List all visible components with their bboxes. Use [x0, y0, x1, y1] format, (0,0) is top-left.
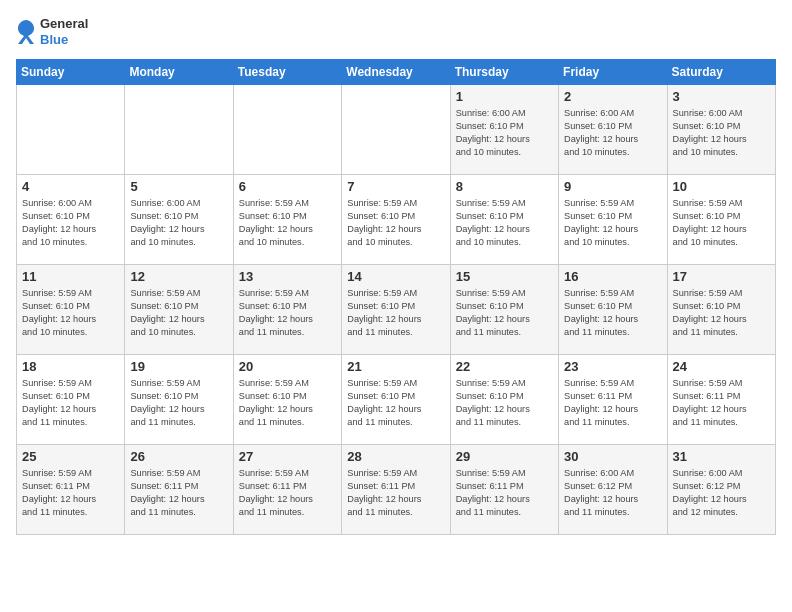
- calendar-cell: 31Sunrise: 6:00 AM Sunset: 6:12 PM Dayli…: [667, 445, 775, 535]
- day-number: 17: [673, 269, 770, 284]
- day-info: Sunrise: 5:59 AM Sunset: 6:11 PM Dayligh…: [673, 377, 770, 429]
- day-info: Sunrise: 6:00 AM Sunset: 6:10 PM Dayligh…: [564, 107, 661, 159]
- day-info: Sunrise: 6:00 AM Sunset: 6:10 PM Dayligh…: [456, 107, 553, 159]
- day-info: Sunrise: 5:59 AM Sunset: 6:10 PM Dayligh…: [347, 287, 444, 339]
- day-number: 13: [239, 269, 336, 284]
- day-number: 6: [239, 179, 336, 194]
- weekday-header-friday: Friday: [559, 60, 667, 85]
- weekday-header-wednesday: Wednesday: [342, 60, 450, 85]
- calendar-cell: 19Sunrise: 5:59 AM Sunset: 6:10 PM Dayli…: [125, 355, 233, 445]
- day-number: 7: [347, 179, 444, 194]
- calendar-cell: 15Sunrise: 5:59 AM Sunset: 6:10 PM Dayli…: [450, 265, 558, 355]
- day-info: Sunrise: 5:59 AM Sunset: 6:10 PM Dayligh…: [564, 287, 661, 339]
- day-number: 9: [564, 179, 661, 194]
- day-info: Sunrise: 5:59 AM Sunset: 6:10 PM Dayligh…: [239, 377, 336, 429]
- logo: General Blue: [16, 16, 88, 47]
- calendar-header-row: SundayMondayTuesdayWednesdayThursdayFrid…: [17, 60, 776, 85]
- calendar-cell: 20Sunrise: 5:59 AM Sunset: 6:10 PM Dayli…: [233, 355, 341, 445]
- day-info: Sunrise: 5:59 AM Sunset: 6:10 PM Dayligh…: [347, 197, 444, 249]
- day-info: Sunrise: 5:59 AM Sunset: 6:10 PM Dayligh…: [239, 287, 336, 339]
- day-info: Sunrise: 6:00 AM Sunset: 6:12 PM Dayligh…: [564, 467, 661, 519]
- day-info: Sunrise: 5:59 AM Sunset: 6:10 PM Dayligh…: [673, 197, 770, 249]
- day-number: 15: [456, 269, 553, 284]
- day-number: 25: [22, 449, 119, 464]
- calendar-cell: 9Sunrise: 5:59 AM Sunset: 6:10 PM Daylig…: [559, 175, 667, 265]
- day-info: Sunrise: 5:59 AM Sunset: 6:11 PM Dayligh…: [347, 467, 444, 519]
- day-number: 26: [130, 449, 227, 464]
- day-number: 8: [456, 179, 553, 194]
- calendar-cell: [342, 85, 450, 175]
- day-info: Sunrise: 5:59 AM Sunset: 6:10 PM Dayligh…: [456, 197, 553, 249]
- day-number: 24: [673, 359, 770, 374]
- day-info: Sunrise: 5:59 AM Sunset: 6:11 PM Dayligh…: [239, 467, 336, 519]
- day-number: 18: [22, 359, 119, 374]
- day-info: Sunrise: 5:59 AM Sunset: 6:10 PM Dayligh…: [22, 377, 119, 429]
- calendar-week-4: 18Sunrise: 5:59 AM Sunset: 6:10 PM Dayli…: [17, 355, 776, 445]
- calendar-cell: [17, 85, 125, 175]
- day-number: 10: [673, 179, 770, 194]
- calendar-cell: 2Sunrise: 6:00 AM Sunset: 6:10 PM Daylig…: [559, 85, 667, 175]
- calendar-cell: 22Sunrise: 5:59 AM Sunset: 6:10 PM Dayli…: [450, 355, 558, 445]
- day-info: Sunrise: 5:59 AM Sunset: 6:10 PM Dayligh…: [673, 287, 770, 339]
- day-info: Sunrise: 5:59 AM Sunset: 6:10 PM Dayligh…: [22, 287, 119, 339]
- day-info: Sunrise: 5:59 AM Sunset: 6:10 PM Dayligh…: [456, 287, 553, 339]
- calendar-week-3: 11Sunrise: 5:59 AM Sunset: 6:10 PM Dayli…: [17, 265, 776, 355]
- calendar-cell: 29Sunrise: 5:59 AM Sunset: 6:11 PM Dayli…: [450, 445, 558, 535]
- calendar-cell: [233, 85, 341, 175]
- weekday-header-tuesday: Tuesday: [233, 60, 341, 85]
- calendar-week-1: 1Sunrise: 6:00 AM Sunset: 6:10 PM Daylig…: [17, 85, 776, 175]
- logo-blue: Blue: [40, 32, 88, 48]
- calendar-cell: 28Sunrise: 5:59 AM Sunset: 6:11 PM Dayli…: [342, 445, 450, 535]
- day-info: Sunrise: 6:00 AM Sunset: 6:10 PM Dayligh…: [673, 107, 770, 159]
- calendar-cell: 23Sunrise: 5:59 AM Sunset: 6:11 PM Dayli…: [559, 355, 667, 445]
- day-info: Sunrise: 5:59 AM Sunset: 6:10 PM Dayligh…: [239, 197, 336, 249]
- day-number: 4: [22, 179, 119, 194]
- calendar-week-5: 25Sunrise: 5:59 AM Sunset: 6:11 PM Dayli…: [17, 445, 776, 535]
- day-number: 12: [130, 269, 227, 284]
- calendar-cell: 3Sunrise: 6:00 AM Sunset: 6:10 PM Daylig…: [667, 85, 775, 175]
- day-info: Sunrise: 5:59 AM Sunset: 6:10 PM Dayligh…: [130, 287, 227, 339]
- day-number: 3: [673, 89, 770, 104]
- day-info: Sunrise: 5:59 AM Sunset: 6:11 PM Dayligh…: [456, 467, 553, 519]
- day-info: Sunrise: 5:59 AM Sunset: 6:11 PM Dayligh…: [22, 467, 119, 519]
- day-number: 2: [564, 89, 661, 104]
- page-header: General Blue: [16, 16, 776, 47]
- day-number: 14: [347, 269, 444, 284]
- calendar-cell: 18Sunrise: 5:59 AM Sunset: 6:10 PM Dayli…: [17, 355, 125, 445]
- day-number: 23: [564, 359, 661, 374]
- day-number: 28: [347, 449, 444, 464]
- day-info: Sunrise: 6:00 AM Sunset: 6:10 PM Dayligh…: [22, 197, 119, 249]
- day-number: 27: [239, 449, 336, 464]
- calendar-cell: 30Sunrise: 6:00 AM Sunset: 6:12 PM Dayli…: [559, 445, 667, 535]
- calendar-cell: 12Sunrise: 5:59 AM Sunset: 6:10 PM Dayli…: [125, 265, 233, 355]
- day-info: Sunrise: 5:59 AM Sunset: 6:10 PM Dayligh…: [564, 197, 661, 249]
- logo-bird-icon: [16, 18, 36, 46]
- day-number: 5: [130, 179, 227, 194]
- day-info: Sunrise: 6:00 AM Sunset: 6:12 PM Dayligh…: [673, 467, 770, 519]
- calendar-cell: 5Sunrise: 6:00 AM Sunset: 6:10 PM Daylig…: [125, 175, 233, 265]
- weekday-header-sunday: Sunday: [17, 60, 125, 85]
- day-info: Sunrise: 6:00 AM Sunset: 6:10 PM Dayligh…: [130, 197, 227, 249]
- day-number: 16: [564, 269, 661, 284]
- calendar-cell: 4Sunrise: 6:00 AM Sunset: 6:10 PM Daylig…: [17, 175, 125, 265]
- weekday-header-monday: Monday: [125, 60, 233, 85]
- calendar-cell: 25Sunrise: 5:59 AM Sunset: 6:11 PM Dayli…: [17, 445, 125, 535]
- calendar-cell: 6Sunrise: 5:59 AM Sunset: 6:10 PM Daylig…: [233, 175, 341, 265]
- calendar-cell: 8Sunrise: 5:59 AM Sunset: 6:10 PM Daylig…: [450, 175, 558, 265]
- calendar-table: SundayMondayTuesdayWednesdayThursdayFrid…: [16, 59, 776, 535]
- calendar-cell: 26Sunrise: 5:59 AM Sunset: 6:11 PM Dayli…: [125, 445, 233, 535]
- day-info: Sunrise: 5:59 AM Sunset: 6:11 PM Dayligh…: [130, 467, 227, 519]
- day-info: Sunrise: 5:59 AM Sunset: 6:11 PM Dayligh…: [564, 377, 661, 429]
- day-number: 31: [673, 449, 770, 464]
- calendar-cell: 10Sunrise: 5:59 AM Sunset: 6:10 PM Dayli…: [667, 175, 775, 265]
- day-number: 30: [564, 449, 661, 464]
- calendar-cell: 11Sunrise: 5:59 AM Sunset: 6:10 PM Dayli…: [17, 265, 125, 355]
- day-number: 20: [239, 359, 336, 374]
- day-number: 22: [456, 359, 553, 374]
- weekday-header-saturday: Saturday: [667, 60, 775, 85]
- calendar-cell: 14Sunrise: 5:59 AM Sunset: 6:10 PM Dayli…: [342, 265, 450, 355]
- calendar-cell: [125, 85, 233, 175]
- calendar-cell: 27Sunrise: 5:59 AM Sunset: 6:11 PM Dayli…: [233, 445, 341, 535]
- calendar-week-2: 4Sunrise: 6:00 AM Sunset: 6:10 PM Daylig…: [17, 175, 776, 265]
- day-info: Sunrise: 5:59 AM Sunset: 6:10 PM Dayligh…: [347, 377, 444, 429]
